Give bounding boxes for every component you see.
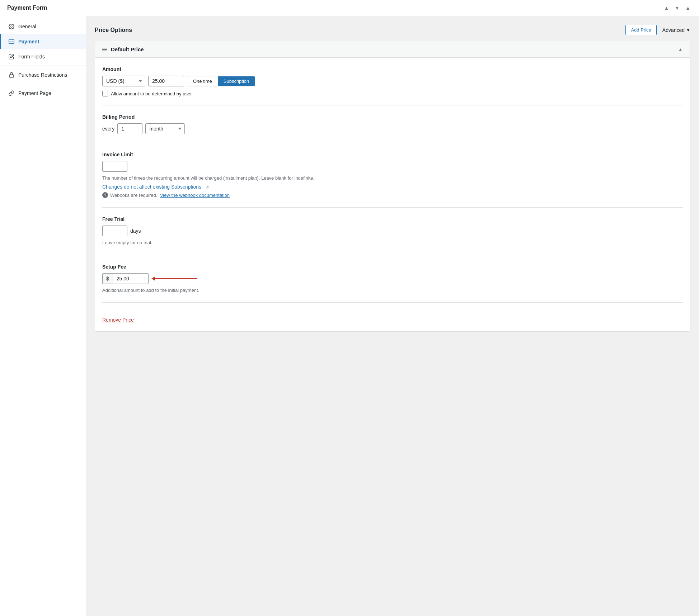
arrow-indicator [154,278,197,279]
toolbar: Price Options Add Price Advanced ▼ [95,25,690,35]
sidebar-item-payment[interactable]: Payment [0,34,86,49]
drag-handle-icon[interactable] [102,48,107,51]
section-title: Price Options [95,27,132,33]
sidebar-item-general-label: General [18,24,36,29]
sidebar-item-form-fields-label: Form Fields [18,54,45,60]
changes-link-row: Changes do not affect existing Subscript… [102,184,683,190]
free-trial-input[interactable] [102,226,127,236]
free-trial-row: days [102,226,683,236]
amount-section: Amount USD ($) One time Subscription [102,66,683,105]
changes-link[interactable]: Changes do not affect existing Subscript… [102,184,209,190]
toolbar-right: Add Price Advanced ▼ [625,25,690,35]
content-area: Price Options Add Price Advanced ▼ [86,16,699,616]
edit-icon [8,53,15,60]
invoice-limit-label: Invoice Limit [102,152,683,157]
one-time-button[interactable]: One time [187,76,218,86]
arrow-line [154,278,197,279]
chevron-down-icon: ▼ [686,28,690,33]
currency-select[interactable]: USD ($) [102,76,145,86]
sidebar-item-payment-label: Payment [18,39,39,44]
price-card-title: Default Price [102,46,144,52]
title-bar-controls: ▲ ▼ ▲ [662,4,692,11]
sidebar-item-purchase-restrictions[interactable]: Purchase Restrictions [0,67,86,82]
credit-card-icon [8,38,15,45]
subscription-button[interactable]: Subscription [218,76,255,86]
sidebar-item-payment-page-label: Payment Page [18,90,51,96]
remove-section: Remove Price [102,311,683,323]
app-wrapper: Payment Form ▲ ▼ ▲ General [0,0,699,616]
webhook-link[interactable]: View the webhook documentation [160,193,230,198]
every-label: every [102,126,114,132]
price-card-body: Amount USD ($) One time Subscription [95,58,690,331]
sidebar-item-general[interactable]: General [0,19,86,34]
invoice-limit-section: Invoice Limit The number of times the re… [102,152,683,208]
billing-period-select[interactable]: month day week year [145,123,185,134]
billing-num-input[interactable] [117,123,142,134]
price-card-header: Default Price ▲ [95,41,690,58]
sidebar-item-purchase-restrictions-label: Purchase Restrictions [18,72,67,78]
setup-fee-helper: Additional amount to add to the initial … [102,287,683,294]
info-icon: ? [102,192,108,198]
free-trial-helper: Leave empty for no trial. [102,239,683,246]
billing-period-label: Billing Period [102,114,683,120]
external-link-icon: ↗ [206,185,209,189]
amount-label: Amount [102,66,683,72]
advanced-label: Advanced [662,27,685,33]
sidebar: General Payment Form Fie [0,16,86,616]
advanced-toggle-button[interactable]: Advanced ▼ [662,27,690,33]
billing-period-section: Billing Period every month day week year [102,114,683,143]
remove-price-button[interactable]: Remove Price [102,317,134,323]
billing-row: every month day week year [102,123,683,134]
link-icon [8,90,15,96]
currency-prefix: $ [102,273,113,284]
title-bar: Payment Form ▲ ▼ ▲ [0,0,699,16]
price-card-collapse-button[interactable]: ▲ [678,47,683,52]
user-amount-checkbox[interactable] [102,91,108,96]
free-trial-section: Free Trial days Leave empty for no trial… [102,216,683,255]
amount-input[interactable] [148,76,184,86]
sidebar-divider-2 [0,84,86,84]
payment-type-toggle: One time Subscription [187,76,255,86]
sidebar-divider [0,66,86,66]
setup-fee-section: Setup Fee $ Additional amount to add to … [102,264,683,303]
main-layout: General Payment Form Fie [0,16,699,616]
gear-icon [8,23,15,30]
invoice-helper-text: The number of times the recurring amount… [102,175,683,182]
invoice-limit-input[interactable] [102,161,127,172]
collapse-button[interactable]: ▲ [684,4,692,11]
lock-icon [8,72,15,78]
svg-rect-1 [9,40,14,44]
sidebar-item-payment-page[interactable]: Payment Page [0,86,86,101]
user-amount-row: Allow amount to be determined by user [102,91,683,96]
webhook-info-row: ? Webooks are required. View the webhook… [102,192,683,199]
scroll-up-button[interactable]: ▲ [662,4,670,11]
add-price-button[interactable]: Add Price [625,25,656,35]
sidebar-item-form-fields[interactable]: Form Fields [0,49,86,64]
price-card: Default Price ▲ Amount USD ($) [95,41,690,332]
free-trial-label: Free Trial [102,216,683,222]
svg-point-0 [11,26,12,27]
user-amount-label: Allow amount to be determined by user [111,91,192,96]
amount-row: USD ($) One time Subscription [102,76,683,86]
svg-rect-3 [9,75,14,77]
webhook-text: Webooks are required. View the webhook d… [110,192,230,199]
days-label: days [130,228,141,234]
setup-fee-label: Setup Fee [102,264,683,270]
setup-fee-input[interactable] [113,273,149,284]
page-title: Payment Form [7,5,47,11]
scroll-down-button[interactable]: ▼ [673,4,681,11]
setup-fee-row-wrapper: $ [102,273,683,284]
setup-fee-input-row: $ [102,273,149,284]
